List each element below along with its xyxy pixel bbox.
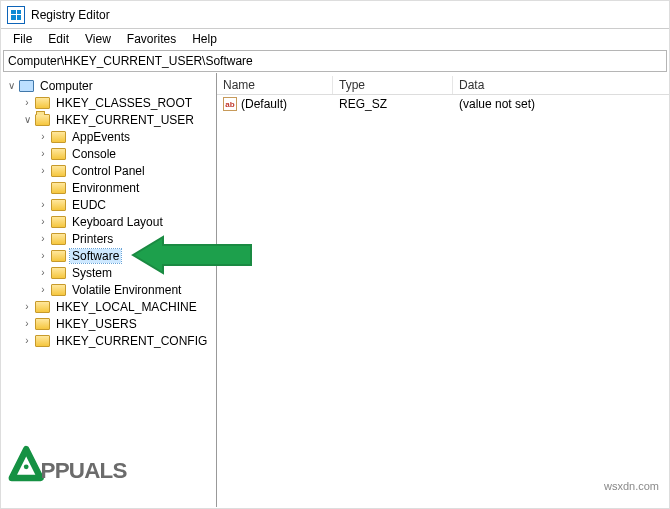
menu-view[interactable]: View bbox=[77, 31, 119, 47]
folder-icon bbox=[51, 199, 66, 211]
folder-icon bbox=[51, 131, 66, 143]
tree-root-computer[interactable]: Computer bbox=[38, 79, 95, 93]
tree-system[interactable]: System bbox=[70, 266, 114, 280]
folder-open-icon bbox=[35, 114, 50, 126]
folder-icon bbox=[51, 182, 66, 194]
tree-printers[interactable]: Printers bbox=[70, 232, 115, 246]
folder-icon bbox=[51, 216, 66, 228]
expand-icon[interactable]: ∨ bbox=[19, 112, 35, 128]
column-name[interactable]: Name bbox=[217, 76, 333, 94]
tree-controlpanel[interactable]: Control Panel bbox=[70, 164, 147, 178]
regedit-icon bbox=[7, 6, 25, 24]
tree-volatile[interactable]: Volatile Environment bbox=[70, 283, 183, 297]
menu-bar: File Edit View Favorites Help bbox=[1, 29, 669, 49]
menu-file[interactable]: File bbox=[5, 31, 40, 47]
tree-console[interactable]: Console bbox=[70, 147, 118, 161]
folder-icon bbox=[35, 301, 50, 313]
expand-icon-right[interactable]: › bbox=[19, 299, 35, 315]
folder-icon bbox=[51, 284, 66, 296]
tree-hkcu[interactable]: HKEY_CURRENT_USER bbox=[54, 113, 196, 127]
tree-appevents[interactable]: AppEvents bbox=[70, 130, 132, 144]
menu-edit[interactable]: Edit bbox=[40, 31, 77, 47]
expand-icon-right[interactable]: › bbox=[35, 163, 51, 179]
window-title: Registry Editor bbox=[31, 8, 110, 22]
expand-icon-right[interactable]: › bbox=[35, 282, 51, 298]
tree-hku[interactable]: HKEY_USERS bbox=[54, 317, 139, 331]
list-row[interactable]: ab (Default) REG_SZ (value not set) bbox=[217, 95, 669, 113]
no-expand-icon: · bbox=[35, 180, 51, 196]
expand-icon-right[interactable]: › bbox=[35, 129, 51, 145]
folder-icon bbox=[35, 335, 50, 347]
expand-icon-right[interactable]: › bbox=[35, 146, 51, 162]
tree-keyboardlayout[interactable]: Keyboard Layout bbox=[70, 215, 165, 229]
column-data[interactable]: Data bbox=[453, 76, 669, 94]
svg-marker-1 bbox=[12, 449, 41, 478]
tree-eudc[interactable]: EUDC bbox=[70, 198, 108, 212]
title-bar: Registry Editor bbox=[1, 1, 669, 29]
string-value-icon: ab bbox=[223, 97, 237, 111]
tree-software[interactable]: Software bbox=[70, 249, 121, 263]
tree-hkcr[interactable]: HKEY_CLASSES_ROOT bbox=[54, 96, 194, 110]
tree-hkcc[interactable]: HKEY_CURRENT_CONFIG bbox=[54, 334, 209, 348]
watermark-icon: PPUALS bbox=[7, 444, 167, 496]
folder-icon bbox=[35, 97, 50, 109]
svg-text:PPUALS: PPUALS bbox=[41, 458, 128, 483]
menu-favorites[interactable]: Favorites bbox=[119, 31, 184, 47]
expand-icon-right[interactable]: › bbox=[19, 333, 35, 349]
folder-icon bbox=[51, 165, 66, 177]
folder-icon bbox=[51, 250, 66, 262]
computer-icon bbox=[19, 80, 34, 92]
tree-view[interactable]: ∨ Computer › HKEY_CLASSES_ROOT ∨ HKEY_CU… bbox=[1, 73, 217, 507]
value-data: (value not set) bbox=[453, 97, 669, 111]
list-header: Name Type Data bbox=[217, 73, 669, 95]
expand-icon-right[interactable]: › bbox=[19, 95, 35, 111]
expand-icon-right[interactable]: › bbox=[35, 231, 51, 247]
folder-icon bbox=[35, 318, 50, 330]
credit-label: wsxdn.com bbox=[604, 480, 659, 492]
list-view[interactable]: Name Type Data ab (Default) REG_SZ (valu… bbox=[217, 73, 669, 507]
expand-icon-right[interactable]: › bbox=[35, 214, 51, 230]
menu-help[interactable]: Help bbox=[184, 31, 225, 47]
value-type: REG_SZ bbox=[333, 97, 453, 111]
folder-icon bbox=[51, 267, 66, 279]
expand-icon-right[interactable]: › bbox=[19, 316, 35, 332]
address-input[interactable] bbox=[8, 54, 662, 68]
svg-point-2 bbox=[24, 464, 29, 469]
tree-hklm[interactable]: HKEY_LOCAL_MACHINE bbox=[54, 300, 199, 314]
address-bar[interactable] bbox=[3, 50, 667, 72]
expand-icon-right[interactable]: › bbox=[35, 265, 51, 281]
folder-icon bbox=[51, 233, 66, 245]
expand-icon-right[interactable]: › bbox=[35, 248, 51, 264]
tree-environment[interactable]: Environment bbox=[70, 181, 141, 195]
value-name: (Default) bbox=[241, 97, 287, 111]
expand-icon[interactable]: ∨ bbox=[3, 78, 19, 94]
expand-icon-right[interactable]: › bbox=[35, 197, 51, 213]
column-type[interactable]: Type bbox=[333, 76, 453, 94]
folder-icon bbox=[51, 148, 66, 160]
